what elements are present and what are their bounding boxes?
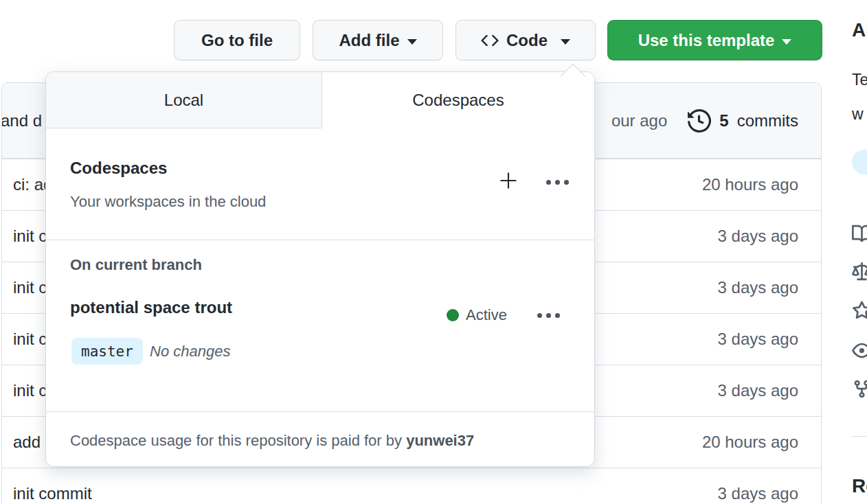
commit-message-link[interactable]: init c [13,330,47,349]
readme-icon[interactable] [852,224,867,247]
commit-time: 3 days ago [718,484,798,503]
chevron-down-icon [561,39,570,45]
tab-codespaces-label: Codespaces [412,91,504,110]
commit-message-link[interactable]: init c [13,278,47,297]
code-dropdown: Local Codespaces Codespaces Your workspa… [45,71,595,467]
codespace-options-button[interactable] [537,313,560,318]
eye-icon[interactable] [852,341,867,363]
on-current-branch-heading: On current branch [70,256,202,274]
active-status-dot-icon [447,309,459,321]
about-heading: About [852,19,867,41]
commit-message-link[interactable]: init c [13,227,47,246]
commit-time: 20 hours ago [702,175,798,194]
code-dropdown-tabs: Local Codespaces [46,72,594,128]
repo-description-line: w [852,105,864,124]
code-icon [481,32,499,49]
commit-message-link[interactable]: init commit [13,484,92,503]
star-icon[interactable] [852,301,867,323]
add-file-label: Add file [339,31,400,50]
commit-message-link[interactable]: add [13,433,41,452]
usage-note-text: Codespace usage for this repository is p… [70,432,406,449]
about-sidebar: About Te w Releases [852,0,867,504]
fork-icon[interactable] [852,379,867,402]
repo-description-line: Te [852,71,867,89]
topic-pill[interactable] [852,150,867,174]
codespace-status: Active [447,306,507,324]
status-label: Active [466,306,507,324]
code-button[interactable]: Code [455,20,596,60]
changes-note: No changes [150,343,230,360]
license-icon[interactable] [852,262,867,285]
footer-divider [46,411,594,412]
tab-local[interactable]: Local [46,72,322,128]
use-this-template-button[interactable]: Use this template [607,20,822,60]
commits-label[interactable]: commits [737,111,798,130]
branch-badge[interactable]: master [71,338,143,365]
chevron-down-icon [782,39,791,45]
releases-heading: Releases [852,475,867,497]
commit-time: 3 days ago [718,381,798,400]
sidebar-divider [852,436,867,437]
codespaces-section-subtitle: Your workspaces in the cloud [70,193,266,211]
new-codespace-button[interactable] [496,170,521,194]
codespaces-section-title: Codespaces [70,159,167,178]
commit-count[interactable]: 5 [719,111,728,130]
table-row[interactable]: init commit 3 days ago [2,468,821,504]
go-to-file-label: Go to file [201,31,273,50]
chevron-down-icon [407,39,417,45]
codespace-name[interactable]: potential space trout [70,298,232,317]
commit-time: 20 hours ago [702,433,798,452]
commit-time: 3 days ago [718,278,798,297]
history-icon [688,109,711,133]
latest-commit-message[interactable]: and d [1,111,42,130]
go-to-file-button[interactable]: Go to file [174,20,300,60]
commit-time: 3 days ago [718,330,798,349]
use-this-template-label: Use this template [638,31,775,50]
plus-icon [497,169,520,195]
owner-name: yunwei37 [406,432,474,449]
code-label: Code [506,31,548,50]
section-divider [46,240,594,240]
commit-message-link[interactable]: init c [13,381,47,400]
codespaces-options-button[interactable] [546,180,569,185]
tab-local-label: Local [164,91,203,110]
commit-time: 3 days ago [718,227,798,246]
add-file-button[interactable]: Add file [313,20,443,60]
codespace-usage-note: Codespace usage for this repository is p… [70,432,474,450]
latest-commit-time: our ago [611,111,667,130]
tab-codespaces[interactable]: Codespaces [322,72,594,128]
